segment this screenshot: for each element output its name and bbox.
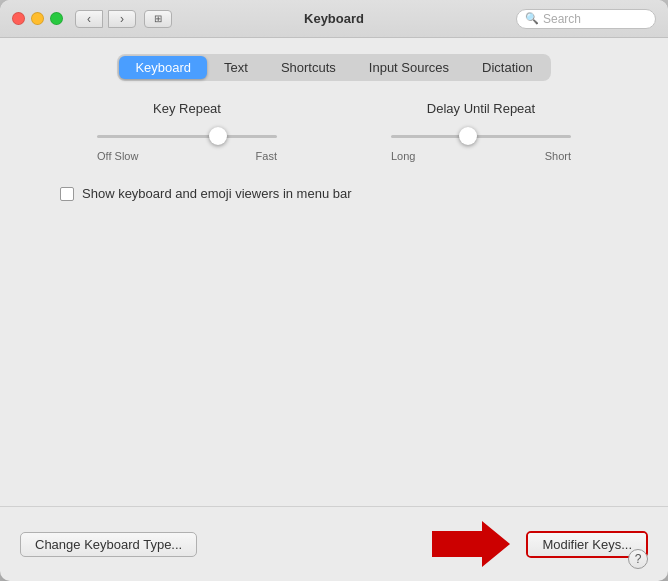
search-icon: 🔍 bbox=[525, 12, 539, 25]
key-repeat-right-label: Fast bbox=[256, 150, 277, 162]
delay-repeat-thumb[interactable] bbox=[459, 127, 477, 145]
key-repeat-left-label: Off Slow bbox=[97, 150, 138, 162]
tab-keyboard[interactable]: Keyboard bbox=[119, 56, 207, 79]
tab-bar-container: Keyboard Text Shortcuts Input Sources Di… bbox=[20, 54, 648, 81]
modifier-keys-button[interactable]: Modifier Keys... bbox=[528, 533, 646, 556]
window-title: Keyboard bbox=[304, 11, 364, 26]
emoji-viewer-label: Show keyboard and emoji viewers in menu … bbox=[82, 186, 352, 201]
tab-shortcuts[interactable]: Shortcuts bbox=[265, 56, 352, 79]
close-button[interactable] bbox=[12, 12, 25, 25]
key-repeat-slider[interactable] bbox=[97, 126, 277, 146]
forward-button[interactable]: › bbox=[108, 10, 136, 28]
checkbox-section: Show keyboard and emoji viewers in menu … bbox=[20, 186, 648, 201]
minimize-button[interactable] bbox=[31, 12, 44, 25]
key-repeat-label: Key Repeat bbox=[153, 101, 221, 116]
keyboard-preferences-window: ‹ › ⊞ Keyboard 🔍 Search Keyboard Text Sh… bbox=[0, 0, 668, 581]
delay-repeat-slider[interactable] bbox=[391, 126, 571, 146]
tab-bar: Keyboard Text Shortcuts Input Sources Di… bbox=[117, 54, 550, 81]
key-repeat-labels: Off Slow Fast bbox=[97, 150, 277, 162]
key-repeat-thumb[interactable] bbox=[209, 127, 227, 145]
back-button[interactable]: ‹ bbox=[75, 10, 103, 28]
main-area: Key Repeat Off Slow Fast bbox=[20, 101, 648, 490]
tab-input-sources[interactable]: Input Sources bbox=[353, 56, 465, 79]
delay-repeat-track bbox=[391, 135, 571, 138]
change-keyboard-button[interactable]: Change Keyboard Type... bbox=[20, 532, 197, 557]
nav-buttons: ‹ › bbox=[75, 10, 136, 28]
search-input[interactable]: Search bbox=[543, 12, 581, 26]
delay-repeat-left-label: Long bbox=[391, 150, 415, 162]
key-repeat-group: Key Repeat Off Slow Fast bbox=[77, 101, 297, 162]
delay-repeat-right-label: Short bbox=[545, 150, 571, 162]
content-area: Keyboard Text Shortcuts Input Sources Di… bbox=[0, 38, 668, 506]
maximize-button[interactable] bbox=[50, 12, 63, 25]
titlebar: ‹ › ⊞ Keyboard 🔍 Search bbox=[0, 0, 668, 38]
sliders-section: Key Repeat Off Slow Fast bbox=[20, 101, 648, 162]
key-repeat-track bbox=[97, 135, 277, 138]
delay-repeat-label: Delay Until Repeat bbox=[427, 101, 535, 116]
emoji-viewer-checkbox[interactable] bbox=[60, 187, 74, 201]
modifier-keys-wrapper: Modifier Keys... bbox=[432, 519, 648, 569]
traffic-lights bbox=[12, 12, 63, 25]
help-button[interactable]: ? bbox=[628, 549, 648, 569]
search-box[interactable]: 🔍 Search bbox=[516, 9, 656, 29]
delay-repeat-group: Delay Until Repeat Long Short bbox=[371, 101, 591, 162]
delay-repeat-labels: Long Short bbox=[391, 150, 571, 162]
tab-text[interactable]: Text bbox=[208, 56, 264, 79]
red-arrow-icon bbox=[432, 519, 512, 569]
svg-marker-0 bbox=[432, 521, 510, 567]
tab-dictation[interactable]: Dictation bbox=[466, 56, 549, 79]
bottom-bar: Change Keyboard Type... Modifier Keys...… bbox=[0, 506, 668, 581]
grid-button[interactable]: ⊞ bbox=[144, 10, 172, 28]
